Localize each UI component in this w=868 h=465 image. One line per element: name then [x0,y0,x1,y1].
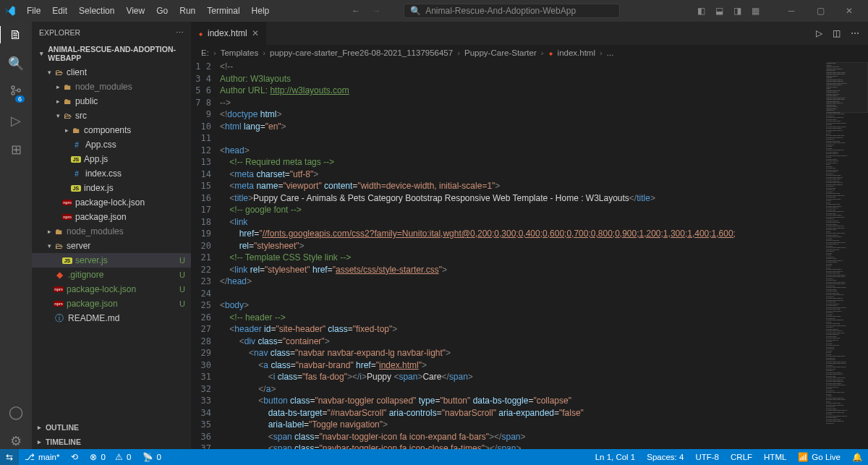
nav-forward-icon[interactable]: → [372,6,380,16]
tree-item--gitignore[interactable]: ◆.gitignoreU [32,268,191,282]
minimap[interactable]: ■■■■■■■■■■■ ■■■■■■ ■■■■■■■■■■■■■■■ ■■■■■… [825,61,868,449]
split-editor-icon[interactable]: ◫ [833,28,841,38]
tree-item-package-json[interactable]: npmpackage.jsonU [32,297,191,311]
editor-area: ⬥ index.html ✕ ▷ ◫ ⋯ E:›Templates›puppy-… [191,22,868,449]
status-bar: ⇆ ⎇main* ⟲ ⊗0 ⚠0 📡0 Ln 1, Col 1 Spaces: … [0,449,868,465]
menu-edit[interactable]: Edit [47,3,72,19]
status-ports[interactable]: 📡0 [137,452,166,462]
status-problems[interactable]: ⊗0 ⚠0 [84,452,137,462]
tree-item-app-css[interactable]: #App.css [32,137,191,152]
svg-point-0 [12,86,14,89]
tree-item-src[interactable]: ▾🗁src [32,108,191,123]
tree-item-node_modules[interactable]: ▸🖿node_modules [32,224,191,239]
activity-bar: 🗎 🔍 6 ▷ ⊞ ◯ ⚙ [0,22,32,449]
menu-view[interactable]: View [121,3,150,19]
activity-search-icon[interactable]: 🔍 [8,56,24,72]
maximize-button[interactable]: ▢ [806,6,835,16]
project-header[interactable]: ▾ ANIMAL-RESCUE-AND-ADOPTION-WEBAPP [32,43,191,64]
status-branch[interactable]: ⎇main* [19,452,65,462]
tree-item-package-lock-json[interactable]: npmpackage-lock.jsonU [32,282,191,297]
breadcrumb-item[interactable]: ... [607,48,614,57]
menu-help[interactable]: Help [247,3,275,19]
status-notifications-icon[interactable]: 🔔 [846,452,868,462]
tree-item-readme-md[interactable]: ⓘREADME.md [32,311,191,325]
tree-item-public[interactable]: ▸🖿public [32,94,191,108]
tree-item-components[interactable]: ▸🖿components [32,123,191,137]
editor-tabs: ⬥ index.html ✕ ▷ ◫ ⋯ [191,22,868,45]
search-label: Animal-Rescue-And-Adoption-WebApp [425,6,576,16]
breadcrumb-item[interactable]: index.html [558,48,595,57]
tree-item-app-js[interactable]: JSApp.js [32,152,191,166]
search-icon: 🔍 [410,6,421,16]
breadcrumb-item[interactable]: Puppy-Care-Starter [464,48,537,57]
close-button[interactable]: ✕ [835,6,864,16]
explorer-sidebar: EXPLORER ⋯ ▾ ANIMAL-RESCUE-AND-ADOPTION-… [32,22,191,449]
svg-point-1 [12,92,14,95]
breadcrumb-item[interactable]: puppy-care-starter_Free26-08-2021_113795… [270,48,453,57]
command-center-search[interactable]: 🔍 Animal-Rescue-And-Adoption-WebApp [404,4,620,18]
breadcrumb-item[interactable]: Templates [221,48,258,57]
menu-run[interactable]: Run [174,3,200,19]
svg-point-2 [17,89,20,92]
code-editor[interactable]: <!-- Author: W3layouts Author URL: http:… [220,61,825,449]
status-encoding[interactable]: UTF-8 [689,452,725,462]
tab-more-icon[interactable]: ⋯ [851,28,859,38]
breadcrumb[interactable]: E:›Templates›puppy-care-starter_Free26-0… [191,45,868,61]
nav-arrows: ← → [352,6,380,16]
status-eol[interactable]: CRLF [725,452,758,462]
status-ln-col[interactable]: Ln 1, Col 1 [590,452,642,462]
activity-account-icon[interactable]: ◯ [9,404,23,420]
toggle-sidebar-icon[interactable]: ◧ [697,6,705,16]
minimize-button[interactable]: ─ [777,6,806,16]
html-file-icon: ⬥ [198,28,203,38]
nav-back-icon[interactable]: ← [352,6,360,16]
file-tree: ▾🗁client▸🖿node_modules▸🖿public▾🗁src▸🖿com… [32,64,191,420]
activity-explorer-icon[interactable]: 🗎 [9,27,22,43]
status-lang[interactable]: HTML [758,452,792,462]
run-icon[interactable]: ▷ [816,28,822,38]
tree-item-server[interactable]: ▾🗁server [32,239,191,253]
outline-section[interactable]: ▸ OUTLINE [32,420,191,435]
activity-scm-icon[interactable]: 6 [10,85,22,100]
tree-item-package-json[interactable]: npmpackage.json [32,210,191,224]
title-bar: FileEditSelectionViewGoRunTerminalHelp ←… [0,0,868,22]
status-spaces[interactable]: Spaces: 4 [641,452,689,462]
toggle-panel-icon[interactable]: ⬓ [715,6,723,16]
explorer-title: EXPLORER [39,28,80,37]
menu-selection[interactable]: Selection [74,3,119,19]
activity-settings-icon[interactable]: ⚙ [10,433,22,449]
tree-item-index-js[interactable]: JSindex.js [32,181,191,195]
status-sync[interactable]: ⟲ [65,452,84,462]
project-name: ANIMAL-RESCUE-AND-ADOPTION-WEBAPP [48,45,185,62]
vscode-logo-icon [4,5,16,17]
tab-index-html[interactable]: ⬥ index.html ✕ [191,22,267,45]
tree-item-index-css[interactable]: #index.css [32,166,191,181]
status-go-live[interactable]: 📶Go Live [792,452,846,462]
tab-close-icon[interactable]: ✕ [252,28,259,38]
timeline-section[interactable]: ▸ TIMELINE [32,435,191,449]
line-gutter: 1 2 3 4 5 6 7 8 9 10 11 12 13 14 15 16 1… [191,61,220,449]
tab-label: index.html [208,28,247,38]
menu-go[interactable]: Go [151,3,173,19]
main-menu: FileEditSelectionViewGoRunTerminalHelp [22,3,274,19]
tree-item-package-lock-json[interactable]: npmpackage-lock.json [32,195,191,210]
tree-item-client[interactable]: ▾🗁client [32,65,191,80]
scm-badge: 6 [15,95,25,103]
explorer-more-icon[interactable]: ⋯ [176,28,184,37]
tree-item-node_modules[interactable]: ▸🖿node_modules [32,80,191,94]
breadcrumb-item[interactable]: E: [201,48,209,57]
tree-item-server-js[interactable]: JSserver.jsU [32,253,191,268]
remote-indicator[interactable]: ⇆ [0,449,19,465]
menu-file[interactable]: File [22,3,46,19]
activity-extensions-icon[interactable]: ⊞ [11,142,22,158]
toggle-secondary-icon[interactable]: ◨ [733,6,741,16]
menu-terminal[interactable]: Terminal [202,3,244,19]
customize-layout-icon[interactable]: ▦ [752,6,760,16]
activity-debug-icon[interactable]: ▷ [11,113,21,129]
